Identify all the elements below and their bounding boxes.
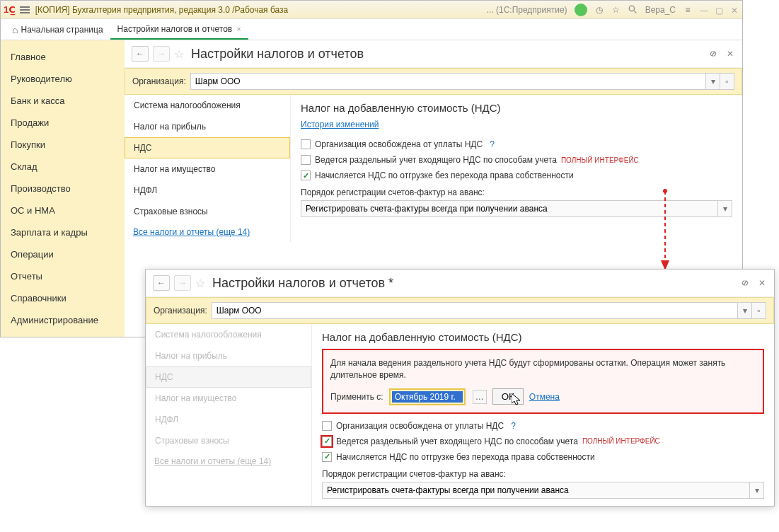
chevron2-down-icon[interactable]: ▾ (749, 482, 763, 498)
date-input-wrap (389, 388, 466, 405)
nav2-ndfl[interactable]: НДФЛ (146, 409, 311, 430)
cb-separate[interactable] (301, 155, 311, 165)
settings2-columns: Система налогообложения Налог на прибыль… (146, 324, 774, 506)
sidebar-item-salary[interactable]: Зарплата и кадры (1, 221, 125, 243)
cb-separate-label: Ведется раздельный учет входящего НДС по… (315, 155, 557, 165)
sidebar-item-admin[interactable]: Администрирование (1, 309, 125, 331)
user-label[interactable]: Вера_С (645, 5, 676, 15)
close-icon[interactable]: ✕ (731, 6, 739, 14)
cb2-shipment[interactable] (322, 452, 332, 462)
nav-insurance[interactable]: Страховые взносы (125, 201, 290, 222)
cb-shipment-label: Начисляется НДС по отгрузке без перехода… (315, 170, 574, 180)
link-icon[interactable] (708, 49, 718, 59)
main-sidebar: Главное Руководителю Банк и касса Продаж… (1, 40, 125, 337)
tab-settings-taxes[interactable]: Настройки налогов и отчетов × (110, 20, 248, 40)
minimize-icon[interactable]: — (700, 6, 708, 14)
confirm-dialog: Для начала ведения раздельного учета НДС… (322, 349, 764, 414)
link2-icon[interactable] (740, 278, 750, 288)
full-interface-badge[interactable]: ПОЛНЫЙ ИНТЕРФЕЙС (561, 156, 639, 164)
title-suffix: ... (1С:Предприятие) (487, 5, 567, 15)
maximize-icon[interactable]: ▢ (715, 6, 724, 14)
favorite-icon[interactable]: ☆ (174, 47, 184, 61)
sidebar-item-catalogs[interactable]: Справочники (1, 287, 125, 309)
nav2-property-tax[interactable]: Налог на имущество (146, 388, 311, 409)
apply-row: Применить с: … ОК Отмена (330, 388, 756, 405)
chevron-down-icon[interactable]: ▾ (717, 201, 732, 216)
cb2-separate[interactable] (322, 436, 332, 446)
nav2-all-taxes-link[interactable]: Все налоги и отчеты (еще 14) (146, 451, 311, 471)
nav2-profit-tax[interactable]: Налог на прибыль (146, 345, 311, 366)
star-icon[interactable]: ☆ (611, 5, 621, 15)
ok-button[interactable]: ОК (492, 388, 524, 405)
panel2-close-icon[interactable]: ✕ (757, 278, 767, 288)
cb-exempt[interactable] (301, 139, 311, 149)
invoice2-order-dropdown[interactable]: ▾ (322, 482, 764, 499)
sidebar-item-operations[interactable]: Операции (1, 243, 125, 265)
full-interface-badge2[interactable]: ПОЛНЫЙ ИНТЕРФЕЙС (582, 437, 660, 445)
nav-tax-system[interactable]: Система налогообложения (125, 95, 290, 116)
nav-ndfl[interactable]: НДФЛ (125, 180, 290, 201)
history-link[interactable]: История изменений (301, 120, 379, 129)
cb-row-shipment: Начисляется НДС по отгрузке без перехода… (301, 170, 732, 180)
panel-title: Настройки налогов и отчетов (191, 47, 364, 62)
panel2-header: ← → ☆ Настройки налогов и отчетов * ✕ (146, 270, 774, 297)
burger-icon[interactable] (20, 5, 30, 15)
org-input[interactable] (191, 74, 705, 89)
invoice-order-dropdown[interactable]: ▾ (301, 200, 732, 217)
cb-row-exempt: Организация освобождена от уплаты НДС ? (301, 139, 732, 149)
tab-close-icon[interactable]: × (236, 25, 241, 33)
panel2-title: Настройки налогов и отчетов * (212, 276, 393, 291)
tabs-bar: ⌂ Начальная страница Настройки налогов и… (1, 19, 742, 40)
invoice-order-value[interactable] (301, 201, 717, 216)
sidebar-item-sales[interactable]: Продажи (1, 112, 125, 134)
apply-date-input[interactable] (392, 391, 463, 403)
favorite2-icon[interactable]: ☆ (195, 277, 205, 290)
org-open-icon[interactable]: ▫ (720, 74, 734, 89)
cb-row-separate: Ведется раздельный учет входящего НДС по… (301, 155, 732, 165)
nav-forward-button[interactable]: → (153, 46, 170, 62)
nav-all-taxes-link[interactable]: Все налоги и отчеты (еще 14) (125, 222, 290, 242)
nav2-forward-button[interactable]: → (174, 275, 191, 291)
sidebar-item-purchases[interactable]: Покупки (1, 134, 125, 156)
logo-1c-icon: 1C̲ (4, 4, 16, 15)
nav-vat[interactable]: НДС (125, 137, 290, 158)
svg-point-0 (629, 6, 634, 11)
sidebar-item-production[interactable]: Производство (1, 178, 125, 200)
tab-home[interactable]: ⌂ Начальная страница (5, 20, 110, 40)
nav2-back-button[interactable]: ← (153, 275, 170, 291)
clock-icon[interactable]: ◷ (594, 5, 604, 15)
org2-input[interactable] (212, 303, 737, 318)
nav2-insurance[interactable]: Страховые взносы (146, 430, 311, 451)
cb2-row-separate: Ведется раздельный учет входящего НДС по… (322, 436, 764, 446)
sidebar-item-bank[interactable]: Банк и касса (1, 90, 125, 112)
invoice2-order-value[interactable] (323, 482, 749, 498)
cancel-link[interactable]: Отмена (529, 392, 560, 402)
settings-nav: Система налогообложения Налог на прибыль… (125, 95, 291, 242)
app-title: [КОПИЯ] Бухгалтерия предприятия, редакци… (35, 5, 288, 15)
nav2-vat[interactable]: НДС (146, 366, 311, 388)
panel-close-icon[interactable]: ✕ (725, 49, 735, 59)
apply-label: Применить с: (330, 392, 383, 402)
sidebar-item-warehouse[interactable]: Склад (1, 156, 125, 178)
invoice-order-label: Порядок регистрации счетов-фактур на ава… (301, 187, 732, 197)
status-indicator-icon[interactable] (575, 4, 587, 16)
org2-dropdown-icon[interactable]: ▾ (737, 303, 751, 318)
settings2-nav: Система налогообложения Налог на прибыль… (146, 324, 312, 506)
date-picker-button[interactable]: … (473, 390, 487, 404)
filter-icon[interactable]: ≡ (683, 5, 693, 15)
org2-open-icon[interactable]: ▫ (751, 303, 766, 318)
cb-shipment[interactable] (301, 170, 311, 180)
search-icon[interactable] (628, 5, 638, 15)
nav-back-button[interactable]: ← (132, 46, 149, 62)
sidebar-item-main[interactable]: Главное (1, 46, 125, 68)
sidebar-item-director[interactable]: Руководителю (1, 68, 125, 90)
cb2-exempt[interactable] (322, 421, 332, 431)
org-dropdown-icon[interactable]: ▾ (705, 74, 720, 89)
help-icon[interactable]: ? (490, 139, 495, 149)
sidebar-item-reports[interactable]: Отчеты (1, 265, 125, 287)
sidebar-item-assets[interactable]: ОС и НМА (1, 200, 125, 221)
help2-icon[interactable]: ? (511, 421, 516, 431)
nav-profit-tax[interactable]: Налог на прибыль (125, 116, 290, 137)
nav-property-tax[interactable]: Налог на имущество (125, 158, 290, 180)
nav2-tax-system[interactable]: Система налогообложения (146, 324, 311, 345)
